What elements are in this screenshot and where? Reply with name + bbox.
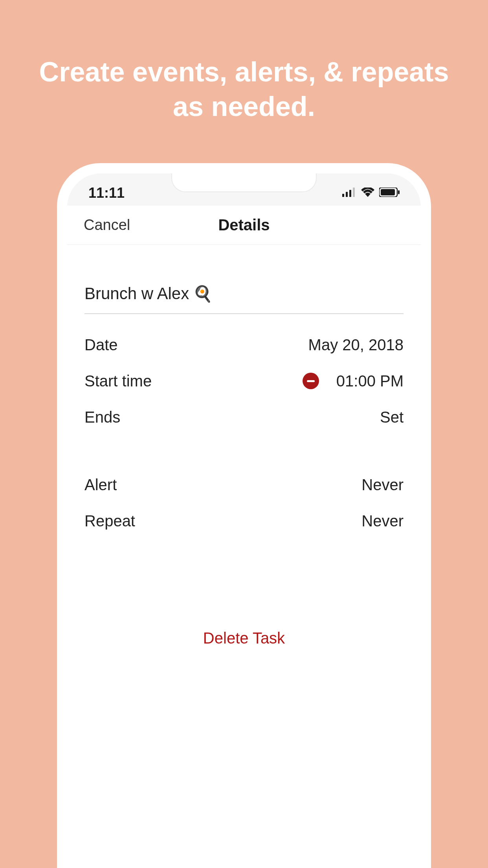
svg-rect-5 bbox=[381, 189, 395, 195]
svg-rect-1 bbox=[346, 192, 348, 197]
repeat-value: Never bbox=[361, 512, 404, 530]
repeat-row[interactable]: Repeat Never bbox=[84, 503, 404, 539]
date-row[interactable]: Date May 20, 2018 bbox=[84, 327, 404, 363]
task-title-input[interactable]: Brunch w Alex 🍳 bbox=[84, 245, 404, 314]
phone-screen: 11:11 bbox=[67, 173, 421, 868]
phone-frame: 11:11 bbox=[57, 163, 431, 868]
task-title-text: Brunch w Alex bbox=[84, 284, 189, 303]
date-label: Date bbox=[84, 336, 118, 354]
alert-row[interactable]: Alert Never bbox=[84, 467, 404, 503]
cancel-button[interactable]: Cancel bbox=[84, 217, 130, 234]
ends-row[interactable]: Ends Set bbox=[84, 399, 404, 435]
page-title: Details bbox=[218, 216, 270, 234]
remove-start-time-button[interactable] bbox=[303, 373, 319, 389]
start-time-row[interactable]: Start time 01:00 PM bbox=[84, 363, 404, 399]
start-time-label: Start time bbox=[84, 372, 152, 390]
cellular-signal-icon bbox=[342, 188, 356, 199]
ends-label: Ends bbox=[84, 408, 120, 426]
nav-bar: Cancel Details bbox=[67, 206, 421, 245]
repeat-label: Repeat bbox=[84, 512, 135, 530]
status-time: 11:11 bbox=[88, 185, 125, 201]
delete-task-button[interactable]: Delete Task bbox=[84, 629, 404, 647]
status-indicators bbox=[342, 188, 400, 199]
wifi-icon bbox=[361, 188, 374, 199]
start-time-value: 01:00 PM bbox=[336, 372, 404, 390]
svg-rect-2 bbox=[349, 190, 351, 197]
battery-icon bbox=[379, 188, 400, 199]
alert-label: Alert bbox=[84, 476, 117, 494]
svg-rect-3 bbox=[353, 188, 355, 197]
date-value: May 20, 2018 bbox=[308, 336, 404, 354]
phone-notch bbox=[171, 173, 317, 192]
frying-pan-icon: 🍳 bbox=[193, 285, 213, 303]
svg-rect-6 bbox=[398, 190, 400, 194]
section-divider bbox=[84, 435, 404, 467]
svg-rect-0 bbox=[342, 194, 344, 197]
content-area: Brunch w Alex 🍳 Date May 20, 2018 Start … bbox=[67, 245, 421, 647]
promo-headline: Create events, alerts, & repeats as need… bbox=[0, 55, 488, 124]
alert-value: Never bbox=[361, 476, 404, 494]
ends-value: Set bbox=[380, 408, 404, 426]
